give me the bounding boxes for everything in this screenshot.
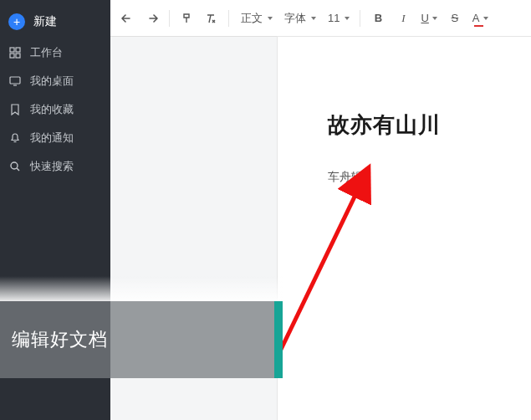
strikethrough-button[interactable]: S	[444, 7, 466, 30]
redo-button[interactable]	[140, 7, 162, 30]
sidebar-item-label: 快速搜索	[30, 159, 74, 174]
caption-accent	[274, 301, 283, 378]
font-size-value: 11	[326, 12, 341, 24]
chevron-down-icon	[483, 17, 488, 20]
caption-text: 编辑好文档	[12, 327, 108, 352]
new-document-label: 新建	[33, 14, 57, 29]
bell-icon	[8, 131, 22, 145]
font-family-label: 字体	[283, 11, 308, 26]
svg-rect-4	[10, 77, 20, 84]
search-icon	[8, 160, 22, 173]
new-document-button[interactable]: + 新建	[0, 10, 110, 38]
chevron-down-icon	[345, 17, 350, 20]
sidebar-item-label: 我的桌面	[30, 74, 74, 89]
paragraph-style-label: 正文	[239, 11, 264, 26]
chevron-down-icon	[268, 17, 273, 20]
italic-button[interactable]: I	[392, 7, 414, 30]
sidebar-item-label: 我的收藏	[30, 102, 74, 117]
document-title[interactable]: 故亦有山川	[328, 110, 531, 140]
format-paint-button[interactable]	[176, 7, 198, 30]
undo-button[interactable]	[117, 7, 139, 30]
sidebar-item-label: 我的通知	[30, 131, 74, 146]
toolbar-separator	[360, 10, 360, 27]
plus-icon: +	[8, 13, 25, 30]
clear-format-button[interactable]	[200, 7, 222, 30]
editor-toolbar: 正文 字体 11 B I U S A	[110, 0, 531, 37]
format-tools-group	[176, 7, 222, 30]
text-color-button[interactable]: A	[469, 7, 492, 30]
caption-overlay: 编辑好文档	[0, 301, 283, 378]
body-text: 车舟辑	[328, 170, 363, 185]
sidebar-item-search[interactable]: 快速搜索	[0, 152, 110, 181]
app-root: + 新建 工作台 我的桌面 我的收藏 我的通知	[0, 0, 531, 420]
bold-button[interactable]: B	[367, 7, 389, 30]
svg-rect-1	[16, 48, 20, 52]
toolbar-separator	[228, 10, 229, 27]
svg-line-8	[17, 168, 19, 171]
sidebar-item-label: 工作台	[30, 45, 63, 60]
paragraph-style-dropdown[interactable]: 正文	[236, 7, 276, 30]
chevron-down-icon	[432, 17, 437, 20]
sidebar-item-workspace[interactable]: 工作台	[0, 38, 110, 67]
svg-point-7	[11, 162, 18, 169]
svg-rect-0	[10, 48, 14, 52]
document-body-line[interactable]: 车舟辑	[328, 170, 531, 185]
history-group	[117, 7, 162, 30]
font-size-dropdown[interactable]: 11	[323, 7, 353, 30]
chevron-down-icon	[311, 17, 316, 20]
sidebar-item-notifications[interactable]: 我的通知	[0, 124, 110, 152]
sidebar-item-desktop[interactable]: 我的桌面	[0, 67, 110, 95]
text-cursor	[365, 171, 366, 184]
toolbar-separator	[169, 10, 170, 27]
font-family-dropdown[interactable]: 字体	[279, 7, 319, 30]
underline-button[interactable]: U	[417, 7, 440, 30]
svg-rect-2	[10, 54, 14, 58]
document-page[interactable]: 故亦有山川 车舟辑	[278, 37, 531, 420]
grid-icon	[8, 46, 22, 59]
color-swatch	[474, 25, 483, 27]
desktop-icon	[8, 74, 22, 88]
sidebar-item-favorites[interactable]: 我的收藏	[0, 95, 110, 124]
svg-rect-3	[16, 54, 20, 58]
bookmark-icon	[8, 103, 22, 116]
